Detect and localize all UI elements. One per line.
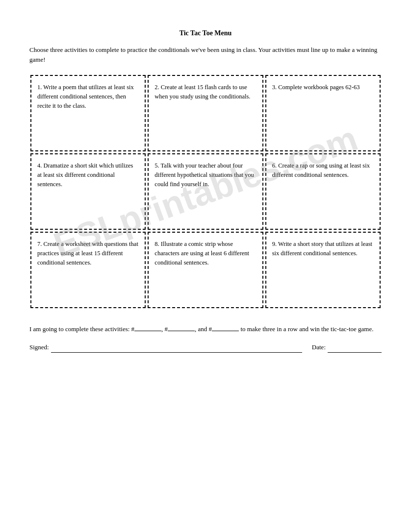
cell-5-text: 5. Talk with your teacher about four dif… bbox=[154, 162, 254, 188]
completion-text: I am going to complete these activities:… bbox=[29, 324, 382, 335]
cell-6-text: 6. Create a rap or song using at least s… bbox=[272, 162, 370, 178]
cell-4-text: 4. Dramatize a short skit which utilizes… bbox=[37, 162, 133, 188]
footer: I am going to complete these activities:… bbox=[29, 324, 382, 353]
instructions: Choose three activities to complete to p… bbox=[29, 45, 382, 64]
date-label: Date: bbox=[312, 341, 326, 353]
cell-6: 6. Create a rap or song using at least s… bbox=[265, 153, 381, 230]
signature-field[interactable] bbox=[51, 352, 302, 353]
completion-label: I am going to complete these activities:… bbox=[29, 325, 373, 333]
signed-line: Signed: Date: bbox=[29, 341, 382, 353]
cell-7-text: 7. Create a worksheet with questions tha… bbox=[37, 241, 138, 266]
cell-5: 5. Talk with your teacher about four dif… bbox=[148, 153, 263, 230]
cell-1: 1. Write a poem that utilizes at least s… bbox=[30, 75, 146, 151]
blank-3[interactable] bbox=[212, 331, 239, 331]
cell-1-text: 1. Write a poem that utilizes at least s… bbox=[37, 84, 134, 109]
cell-8-text: 8. Illustrate a comic strip whose charac… bbox=[154, 241, 249, 266]
cell-3: 3. Complete workbook pages 62-63 bbox=[265, 75, 381, 151]
cell-2-text: 2. Create at least 15 flash cards to use… bbox=[154, 84, 250, 100]
blank-2[interactable] bbox=[168, 331, 195, 331]
cell-7: 7. Create a worksheet with questions tha… bbox=[30, 232, 146, 308]
cell-4: 4. Dramatize a short skit which utilizes… bbox=[30, 153, 146, 230]
cell-3-text: 3. Complete workbook pages 62-63 bbox=[272, 84, 360, 91]
activity-grid: 1. Write a poem that utilizes at least s… bbox=[29, 74, 382, 309]
cell-9-text: 9. Write a short story that utilizes at … bbox=[272, 241, 372, 257]
page-title: Tic Tac Toe Menu bbox=[29, 29, 382, 37]
signed-label: Signed: bbox=[29, 341, 49, 353]
blank-1[interactable] bbox=[134, 331, 161, 331]
date-field[interactable] bbox=[328, 352, 382, 353]
cell-9: 9. Write a short story that utilizes at … bbox=[265, 232, 381, 308]
cell-8: 8. Illustrate a comic strip whose charac… bbox=[148, 232, 263, 308]
cell-2: 2. Create at least 15 flash cards to use… bbox=[148, 75, 263, 151]
